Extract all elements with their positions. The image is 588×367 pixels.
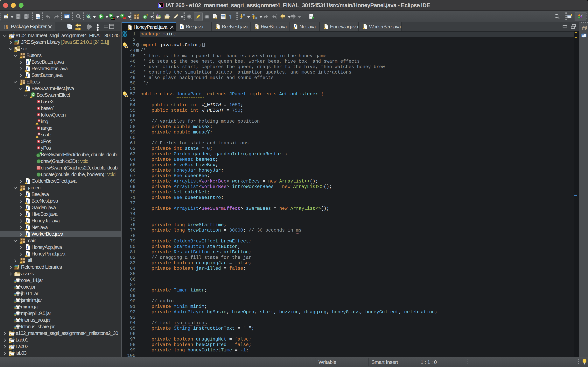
svg-text:J: J	[325, 25, 326, 28]
svg-text:010: 010	[36, 17, 40, 19]
svg-text:J: J	[129, 25, 130, 28]
svg-text:J: J	[217, 25, 218, 28]
svg-text:J: J	[581, 14, 583, 16]
svg-text:¶: ¶	[229, 14, 232, 19]
svg-text:C: C	[32, 93, 34, 97]
svg-text:J: J	[256, 25, 257, 28]
svg-text:J: J	[364, 25, 366, 28]
svg-text:J: J	[181, 25, 182, 28]
svg-text:C: C	[144, 15, 146, 18]
svg-text:J: J	[295, 25, 296, 28]
